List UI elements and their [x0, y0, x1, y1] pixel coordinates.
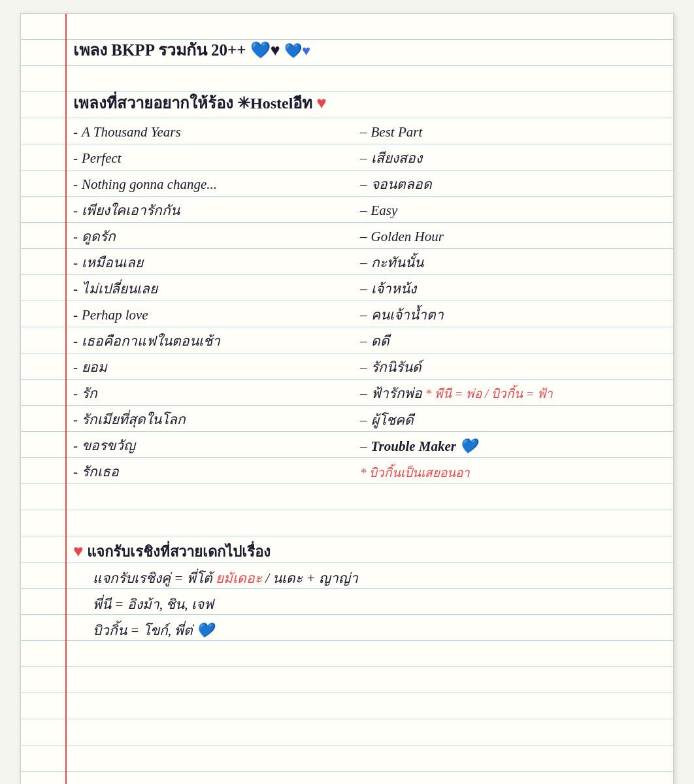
song-left-14: -รักเธอ: [73, 459, 360, 485]
song-right-10: –รักนิรันด์: [360, 354, 647, 380]
song-list: -A Thousand Years -Perfect -Nothing gonn…: [73, 119, 647, 486]
section2-sub-items: แจกรับเรชิงคู่ = พี่โต้ ยมัเดอะ / นเดะ +…: [73, 565, 647, 644]
notebook: เพลง BKPP รวมกัน 20++ 💙♥ 💙♥ เพลงที่สวายอ…: [20, 13, 674, 784]
song-right-3: –จอนตลอด: [360, 171, 647, 197]
hostel-icon: ✳Hostelอีท: [237, 95, 312, 112]
song-left-10: -ยอม: [73, 354, 360, 380]
song-left-12: -รักเมียที่สุดในโลก: [73, 406, 360, 433]
red-margin-line: [65, 14, 67, 784]
song-right-4: –Easy: [360, 197, 647, 223]
song-right-14: * บิวกิ้นเป็นเสยอนอา: [360, 459, 647, 486]
main-title: เพลง BKPP รวมกัน 20++ 💙♥ 💙♥: [73, 27, 647, 64]
sub-item-3: บิวกิ้น = โขก์, พี่ต่ 💙: [93, 617, 647, 644]
sub1-highlight: ยมัเดอะ: [216, 570, 262, 586]
sub-item-2: พี่นี = อิงม้า, ชิน, เจฟ: [93, 591, 647, 617]
songs-left-col: -A Thousand Years -Perfect -Nothing gonn…: [73, 119, 360, 486]
section2-header: ♥ แจกรับเรชิงที่สวายเดกไปเรื่อง: [73, 538, 647, 565]
song-left-7: -ไม่เปลี่ยนเลย: [73, 276, 360, 302]
songs-right-col: –Best Part –เสียงสอง –จอนตลอด –Easy –Gol…: [360, 119, 647, 486]
song-left-1: -A Thousand Years: [73, 119, 360, 145]
section1-heart: ♥: [316, 93, 326, 112]
song-left-13: -ขอรขวัญ: [73, 433, 360, 459]
section2-header-text: แจกรับเรชิงที่สวายเดกไปเรื่อง: [87, 544, 271, 560]
song-left-9: -เธอคือกาแฟในตอนเช้า: [73, 328, 360, 354]
song-right-2: –เสียงสอง: [360, 145, 647, 171]
section1-header: เพลงที่สวายอยากให้ร้อง ✳Hostelอีท ♥: [73, 90, 647, 116]
sub3-heart-icon: 💙: [196, 622, 214, 638]
section2-heart-icon: ♥: [73, 542, 83, 561]
song-left-11: -รัก: [73, 380, 360, 406]
song-right-13: –Trouble Maker 💙: [360, 433, 647, 459]
song-right-1: –Best Part: [360, 119, 647, 145]
note-phor-fa: * พีนี = พ่อ / บิวกิ้น = ฟ้า: [425, 387, 554, 400]
section1-header-text: เพลงที่สวายอยากให้ร้อง: [73, 95, 237, 112]
song-left-2: -Perfect: [73, 145, 360, 171]
song-right-6: –กะทันนั้น: [360, 250, 647, 276]
song-left-6: -เหมือนเลย: [73, 250, 360, 276]
song-right-5: –Golden Hour: [360, 223, 647, 250]
main-title-text: เพลง BKPP รวมกัน 20++ 💙♥: [73, 41, 280, 59]
sub-item-1: แจกรับเรชิงคู่ = พี่โต้ ยมัเดอะ / นเดะ +…: [93, 565, 647, 591]
song-right-8: –คนเจ้าน้ำตา: [360, 302, 647, 328]
song-left-4: -เพียงใคเอารักกัน: [73, 197, 360, 223]
song-left-5: -ดูดรัก: [73, 223, 360, 250]
note-biwkin: * บิวกิ้นเป็นเสยอนอา: [360, 466, 470, 480]
page: เพลง BKPP รวมกัน 20++ 💙♥ 💙♥ เพลงที่สวายอ…: [21, 14, 673, 784]
song-right-9: –ดดี: [360, 328, 647, 354]
heart-blue-icon: 💙♥: [284, 42, 310, 59]
trouble-maker-heart: 💙: [459, 438, 477, 454]
song-right-12: –ผู้โชคดี: [360, 407, 647, 433]
song-left-8: -Perhap love: [73, 302, 360, 328]
song-left-3: -Nothing gonna change...: [73, 171, 360, 197]
song-right-7: –เจ้าหน้ง: [360, 276, 647, 302]
song-right-11: –ฟ้ารักพ่อ * พีนี = พ่อ / บิวกิ้น = ฟ้า: [360, 380, 647, 407]
